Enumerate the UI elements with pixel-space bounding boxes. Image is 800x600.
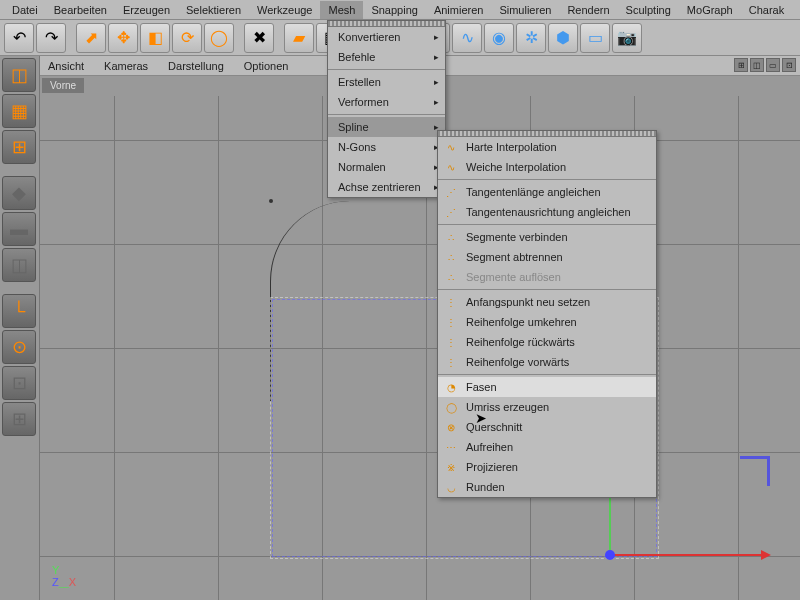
spline-primitive[interactable]: ∿ bbox=[452, 23, 482, 53]
menu-label: Tangentenlänge angleichen bbox=[466, 186, 601, 198]
menu-item[interactable]: ◔Fasen bbox=[438, 377, 656, 397]
menu-label: Normalen bbox=[338, 161, 386, 173]
menu-icon: ⋯ bbox=[444, 440, 458, 454]
point-mode[interactable]: ◆ bbox=[2, 176, 36, 210]
spline-submenu[interactable]: ∿Harte Interpolation∿Weiche Interpolatio… bbox=[437, 130, 657, 498]
menu-item[interactable]: ⋰Tangentenlänge angleichen bbox=[438, 182, 656, 202]
render-button[interactable]: ▰ bbox=[284, 23, 314, 53]
x-axis bbox=[610, 554, 765, 556]
menu-mesh[interactable]: Mesh bbox=[320, 1, 363, 19]
menu-item[interactable]: ⋮Reihenfolge vorwärts bbox=[438, 352, 656, 372]
axis-mode[interactable]: └ bbox=[2, 294, 36, 328]
menu-item[interactable]: Befehle bbox=[328, 47, 445, 67]
menu-item[interactable]: ∴Segmente auflösen bbox=[438, 267, 656, 287]
menu-icon: ⊗ bbox=[444, 420, 458, 434]
menu-label: Projizieren bbox=[466, 461, 518, 473]
menu-datei[interactable]: Datei bbox=[4, 1, 46, 19]
camera-button[interactable]: 📷 bbox=[612, 23, 642, 53]
menu-item[interactable]: ◯Umriss erzeugen bbox=[438, 397, 656, 417]
menu-item[interactable]: ∴Segment abtrennen bbox=[438, 247, 656, 267]
menu-erzeugen[interactable]: Erzeugen bbox=[115, 1, 178, 19]
move-tool[interactable]: ✥ bbox=[108, 23, 138, 53]
menu-item[interactable]: ⋮Anfangspunkt neu setzen bbox=[438, 292, 656, 312]
menu-item[interactable]: ⋯Aufreihen bbox=[438, 437, 656, 457]
menu-item[interactable]: ⋮Reihenfolge umkehren bbox=[438, 312, 656, 332]
menu-item[interactable]: ⊗Querschnitt bbox=[438, 417, 656, 437]
menu-label: Reihenfolge vorwärts bbox=[466, 356, 569, 368]
menu-item[interactable]: ◡Runden bbox=[438, 477, 656, 497]
menu-label: Umriss erzeugen bbox=[466, 401, 549, 413]
menu-item[interactable]: ⋰Tangentenausrichtung angleichen bbox=[438, 202, 656, 222]
lock-mode[interactable]: ⊡ bbox=[2, 366, 36, 400]
menu-snapping[interactable]: Snapping bbox=[363, 1, 426, 19]
menu-label: Achse zentrieren bbox=[338, 181, 421, 193]
menu-icon: ⋰ bbox=[444, 185, 458, 199]
undo-button[interactable]: ↶ bbox=[4, 23, 34, 53]
menu-item[interactable]: ※Projizieren bbox=[438, 457, 656, 477]
menu-mograph[interactable]: MoGraph bbox=[679, 1, 741, 19]
menu-item[interactable]: Erstellen bbox=[328, 72, 445, 92]
menu-label: Segmente verbinden bbox=[466, 231, 568, 243]
menu-item[interactable]: ∿Weiche Interpolation bbox=[438, 157, 656, 177]
menu-icon: ⋮ bbox=[444, 295, 458, 309]
vp-icon-2[interactable]: ◫ bbox=[750, 58, 764, 72]
menu-icon: ⋰ bbox=[444, 205, 458, 219]
viewport-icons: ⊞ ◫ ▭ ⊡ bbox=[734, 58, 796, 72]
menu-label: Tangentenausrichtung angleichen bbox=[466, 206, 631, 218]
lasso-tool[interactable]: ◯ bbox=[204, 23, 234, 53]
menu-sculpting[interactable]: Sculpting bbox=[618, 1, 679, 19]
rotate-tool[interactable]: ⟳ bbox=[172, 23, 202, 53]
vp-icon-1[interactable]: ⊞ bbox=[734, 58, 748, 72]
mesh-menu[interactable]: KonvertierenBefehleErstellenVerformenSpl… bbox=[327, 20, 446, 198]
texture-mode[interactable]: ▦ bbox=[2, 94, 36, 128]
snap-mode[interactable]: ⊙ bbox=[2, 330, 36, 364]
menu-item[interactable]: ∿Harte Interpolation bbox=[438, 137, 656, 157]
deformer-primitive[interactable]: ⬢ bbox=[548, 23, 578, 53]
polygon-mode[interactable]: ◫ bbox=[2, 248, 36, 282]
menu-item[interactable]: ⋮Reihenfolge rückwärts bbox=[438, 332, 656, 352]
vtab-ansicht[interactable]: Ansicht bbox=[44, 58, 88, 74]
menu-label: Reihenfolge rückwärts bbox=[466, 336, 575, 348]
menu-label: Spline bbox=[338, 121, 369, 133]
menu-icon: ⋮ bbox=[444, 355, 458, 369]
generator-primitive[interactable]: ✲ bbox=[516, 23, 546, 53]
menu-label: Querschnitt bbox=[466, 421, 522, 433]
plane-primitive[interactable]: ▭ bbox=[580, 23, 610, 53]
menu-rendern[interactable]: Rendern bbox=[559, 1, 617, 19]
grid-mode[interactable]: ⊞ bbox=[2, 402, 36, 436]
scale-tool[interactable]: ◧ bbox=[140, 23, 170, 53]
menu-item[interactable]: Verformen bbox=[328, 92, 445, 112]
vp-icon-3[interactable]: ▭ bbox=[766, 58, 780, 72]
edge-mode[interactable]: ▬ bbox=[2, 212, 36, 246]
menu-item[interactable]: Spline bbox=[328, 117, 445, 137]
select-tool[interactable]: ⬈ bbox=[76, 23, 106, 53]
menu-item[interactable]: ∴Segmente verbinden bbox=[438, 227, 656, 247]
menu-item[interactable]: Konvertieren bbox=[328, 27, 445, 47]
gizmo-x: X bbox=[69, 576, 76, 588]
menu-icon: ⋮ bbox=[444, 315, 458, 329]
model-mode[interactable]: ◫ bbox=[2, 58, 36, 92]
vtab-kameras[interactable]: Kameras bbox=[100, 58, 152, 74]
gizmo-z: Z bbox=[52, 576, 59, 588]
menu-simulieren[interactable]: Simulieren bbox=[491, 1, 559, 19]
menu-item[interactable]: Achse zentrieren bbox=[328, 177, 445, 197]
x-tool[interactable]: ✖ bbox=[244, 23, 274, 53]
menu-label: Harte Interpolation bbox=[466, 141, 557, 153]
menu-charak[interactable]: Charak bbox=[741, 1, 792, 19]
menu-bearbeiten[interactable]: Bearbeiten bbox=[46, 1, 115, 19]
workplane-mode[interactable]: ⊞ bbox=[2, 130, 36, 164]
menu-werkzeuge[interactable]: Werkzeuge bbox=[249, 1, 320, 19]
menu-icon: ∿ bbox=[444, 140, 458, 154]
sidebar: ◫ ▦ ⊞ ◆ ▬ ◫ └ ⊙ ⊡ ⊞ bbox=[0, 56, 40, 600]
menu-icon: ◡ bbox=[444, 480, 458, 494]
vtab-darstellung[interactable]: Darstellung bbox=[164, 58, 228, 74]
vp-icon-4[interactable]: ⊡ bbox=[782, 58, 796, 72]
menu-selektieren[interactable]: Selektieren bbox=[178, 1, 249, 19]
menu-animieren[interactable]: Animieren bbox=[426, 1, 492, 19]
nurbs-primitive[interactable]: ◉ bbox=[484, 23, 514, 53]
vtab-optionen[interactable]: Optionen bbox=[240, 58, 293, 74]
redo-button[interactable]: ↷ bbox=[36, 23, 66, 53]
menu-item[interactable]: Normalen bbox=[328, 157, 445, 177]
menu-label: Weiche Interpolation bbox=[466, 161, 566, 173]
menu-item[interactable]: N-Gons bbox=[328, 137, 445, 157]
